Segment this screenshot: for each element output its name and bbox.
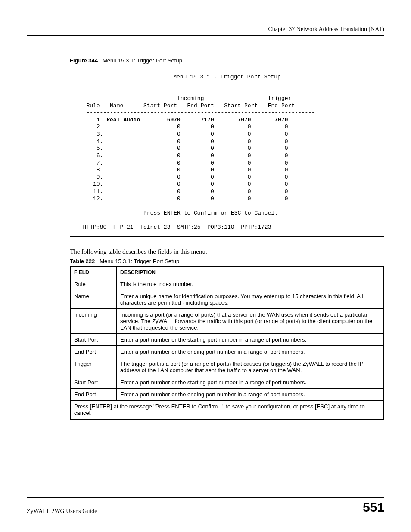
field-name-cell: Start Port xyxy=(70,333,117,345)
figure-caption-text: Menu 15.3.1: Trigger Port Setup xyxy=(103,57,182,64)
menu-row: 2. 0 0 0 0 xyxy=(76,124,288,130)
field-name-cell: End Port xyxy=(70,388,117,400)
menu-row: 8. 0 0 0 0 xyxy=(76,167,288,173)
menu-title: Menu 15.3.1 - Trigger Port Setup xyxy=(76,74,378,81)
field-name-cell: Name xyxy=(70,290,117,308)
field-name-cell: End Port xyxy=(70,345,117,358)
menu-row: 4. 0 0 0 0 xyxy=(76,138,288,145)
field-desc-cell: Enter a port number or the ending port n… xyxy=(117,388,384,400)
figure-caption: Figure 344 Menu 15.3.1: Trigger Port Set… xyxy=(70,57,384,64)
table-row: TriggerThe trigger port is a port (or a … xyxy=(70,358,384,376)
field-desc-cell: Enter a port number or the starting port… xyxy=(117,376,384,388)
field-desc-cell: Enter a port number or the starting port… xyxy=(117,333,384,345)
menu-row: 7. 0 0 0 0 xyxy=(76,160,288,166)
page-footer: ZyWALL 2WG User's Guide 551 xyxy=(27,497,384,515)
table-footer-note: Press [ENTER] at the message "Press ENTE… xyxy=(70,400,384,419)
table-row: End PortEnter a port number or the endin… xyxy=(70,345,384,358)
table-row: IncomingIncoming is a port (or a range o… xyxy=(70,308,384,333)
field-name-cell: Trigger xyxy=(70,358,117,376)
field-desc-cell: Incoming is a port (or a range of ports)… xyxy=(117,308,384,333)
table-caption: Table 222 Menu 15.3.1: Trigger Port Setu… xyxy=(70,258,384,264)
field-name-cell: Incoming xyxy=(70,308,117,333)
menu-row: 1. Real Audio 6970 7170 7070 7070 xyxy=(76,117,288,123)
footer-guide-name: ZyWALL 2WG User's Guide xyxy=(27,508,97,515)
chapter-title: Chapter 37 Network Address Translation (… xyxy=(27,26,384,36)
figure-label: Figure 344 xyxy=(70,57,98,64)
table-label: Table 222 xyxy=(70,258,95,264)
menu-row: 6. 0 0 0 0 xyxy=(76,152,288,159)
footer-page-number: 551 xyxy=(363,500,384,515)
field-desc-cell: The trigger port is a port (or a range o… xyxy=(117,358,384,376)
field-name-cell: Start Port xyxy=(70,376,117,388)
field-desc-cell: This is the rule index number. xyxy=(117,278,384,290)
menu-row: 9. 0 0 0 0 xyxy=(76,174,288,180)
field-desc-cell: Enter a port number or the ending port n… xyxy=(117,345,384,358)
menu-row: 12. 0 0 0 0 xyxy=(76,196,288,202)
table-row: Start PortEnter a port number or the sta… xyxy=(70,333,384,345)
menu-row: 3. 0 0 0 0 xyxy=(76,131,288,137)
field-description-table: FIELD DESCRIPTION RuleThis is the rule i… xyxy=(70,266,384,420)
menu-row: 5. 0 0 0 0 xyxy=(76,145,288,152)
table-row: Start PortEnter a port number or the sta… xyxy=(70,376,384,388)
table-head-field: FIELD xyxy=(70,266,117,278)
table-head-desc: DESCRIPTION xyxy=(117,266,384,278)
table-caption-text: Menu 15.3.1: Trigger Port Setup xyxy=(100,258,179,264)
menu-row: 11. 0 0 0 0 xyxy=(76,188,288,195)
menu-screenshot: Menu 15.3.1 - Trigger Port Setup Incomin… xyxy=(70,68,384,237)
table-row: End PortEnter a port number or the endin… xyxy=(70,388,384,400)
field-name-cell: Rule xyxy=(70,278,117,290)
menu-row: 10. 0 0 0 0 xyxy=(76,181,288,187)
field-desc-cell: Enter a unique name for identification p… xyxy=(117,290,384,308)
table-row: RuleThis is the rule index number. xyxy=(70,278,384,290)
description-intro: The following table describes the fields… xyxy=(70,248,384,255)
table-row: NameEnter a unique name for identificati… xyxy=(70,290,384,308)
table-row: Press [ENTER] at the message "Press ENTE… xyxy=(70,400,384,419)
